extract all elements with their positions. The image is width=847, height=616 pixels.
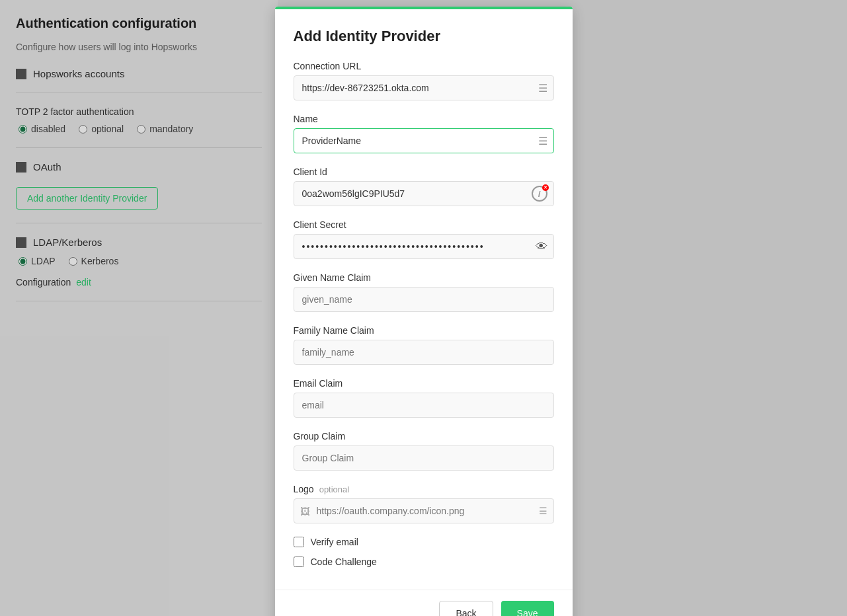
email-claim-input[interactable] xyxy=(294,393,554,418)
logo-input[interactable] xyxy=(294,498,554,523)
family-name-claim-label: Family Name Claim xyxy=(294,325,554,336)
client-secret-input[interactable] xyxy=(294,234,554,259)
email-claim-group: Email Claim xyxy=(294,378,554,418)
connection-url-input[interactable] xyxy=(294,75,554,100)
connection-url-group: Connection URL ☰ xyxy=(294,61,554,100)
group-claim-wrapper xyxy=(294,445,554,471)
info-error-badge: ✕ xyxy=(542,184,549,191)
logo-group: Logo optional 🖼 ☰ xyxy=(294,484,554,523)
family-name-claim-group: Family Name Claim xyxy=(294,325,554,365)
given-name-claim-wrapper xyxy=(294,287,554,312)
client-id-group: Client Id i ✕ xyxy=(294,167,554,206)
save-button[interactable]: Save xyxy=(501,601,554,616)
logo-input-wrapper: 🖼 ☰ xyxy=(294,498,554,523)
connection-url-wrapper: ☰ xyxy=(294,75,554,100)
client-secret-wrapper: 👁 xyxy=(294,234,554,259)
logo-image-icon: 🖼 xyxy=(300,506,310,517)
back-button[interactable]: Back xyxy=(439,601,493,616)
group-claim-group: Group Claim xyxy=(294,431,554,471)
logo-optional-label: optional xyxy=(319,484,350,494)
modal-footer: Back Save xyxy=(275,590,573,616)
client-id-label: Client Id xyxy=(294,167,554,177)
verify-email-checkbox[interactable] xyxy=(294,537,304,547)
name-group: Name ☰ xyxy=(294,114,554,153)
logo-suffix-icon: ☰ xyxy=(539,506,547,516)
connection-url-label: Connection URL xyxy=(294,61,554,71)
given-name-claim-input[interactable] xyxy=(294,287,554,312)
client-secret-label: Client Secret xyxy=(294,219,554,230)
modal-title: Add Identity Provider xyxy=(294,28,554,45)
group-claim-label: Group Claim xyxy=(294,431,554,442)
family-name-claim-wrapper xyxy=(294,340,554,365)
logo-label: Logo optional xyxy=(294,484,554,494)
logo-label-text: Logo xyxy=(294,484,314,494)
name-label: Name xyxy=(294,114,554,124)
verify-email-label: Verify email xyxy=(311,537,358,547)
email-claim-wrapper xyxy=(294,393,554,418)
family-name-claim-input[interactable] xyxy=(294,340,554,365)
code-challenge-checkbox[interactable] xyxy=(294,557,304,567)
show-password-icon[interactable]: 👁 xyxy=(536,240,547,254)
client-id-wrapper: i ✕ xyxy=(294,181,554,206)
info-icon: i ✕ xyxy=(532,186,547,202)
name-input[interactable] xyxy=(294,128,554,153)
email-claim-label: Email Claim xyxy=(294,378,554,389)
verify-email-group: Verify email xyxy=(294,537,554,547)
name-wrapper: ☰ xyxy=(294,128,554,153)
code-challenge-group: Code Challenge xyxy=(294,557,554,567)
group-claim-input[interactable] xyxy=(294,445,554,471)
code-challenge-label: Code Challenge xyxy=(311,557,377,567)
client-secret-group: Client Secret 👁 xyxy=(294,219,554,259)
connection-url-icon: ☰ xyxy=(538,82,547,95)
given-name-claim-group: Given Name Claim xyxy=(294,272,554,312)
given-name-claim-label: Given Name Claim xyxy=(294,272,554,283)
client-id-input[interactable] xyxy=(294,181,554,206)
name-icon: ☰ xyxy=(538,135,547,147)
client-id-info-icon[interactable]: i ✕ xyxy=(532,186,547,202)
modal-body: Add Identity Provider Connection URL ☰ N… xyxy=(275,9,573,590)
add-identity-provider-modal: Add Identity Provider Connection URL ☰ N… xyxy=(275,7,573,616)
